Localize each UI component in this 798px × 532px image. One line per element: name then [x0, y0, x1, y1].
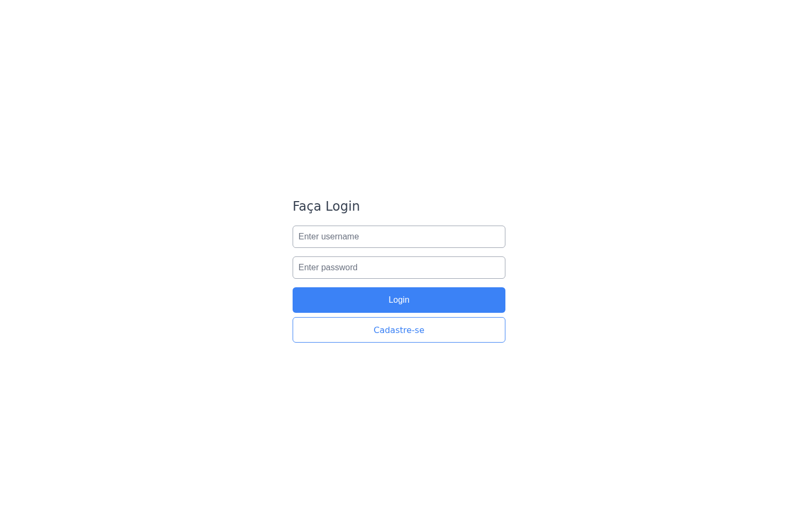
- login-title: Faça Login: [293, 198, 505, 215]
- register-button[interactable]: Cadastre-se: [293, 317, 505, 343]
- login-button[interactable]: Login: [293, 287, 505, 313]
- login-form: Faça Login Login Cadastre-se: [293, 198, 505, 343]
- username-input[interactable]: [293, 226, 505, 248]
- password-input[interactable]: [293, 256, 505, 279]
